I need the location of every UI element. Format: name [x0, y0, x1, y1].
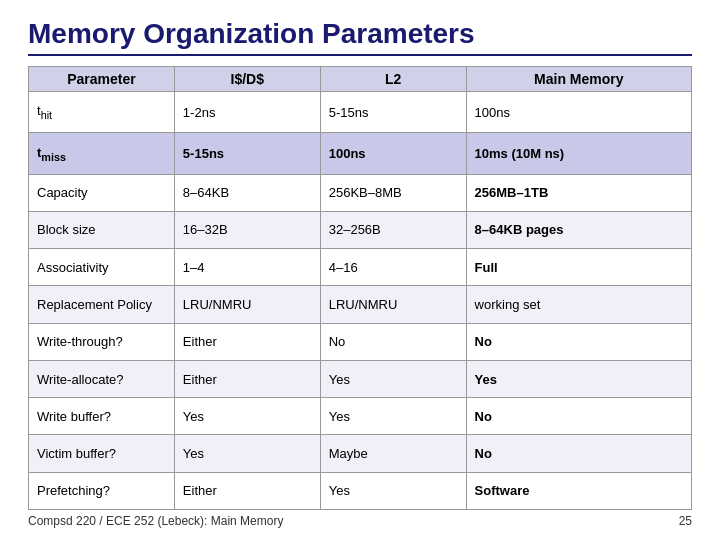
table-row: tmiss5-15ns100ns10ms (10M ns) [29, 133, 692, 174]
cell-l1: Either [174, 472, 320, 509]
cell-param: Write-allocate? [29, 360, 175, 397]
cell-l2: Yes [320, 472, 466, 509]
cell-l2: Yes [320, 398, 466, 435]
table-row: Associativity1–44–16Full [29, 249, 692, 286]
cell-l1: 5-15ns [174, 133, 320, 174]
cell-param: Write buffer? [29, 398, 175, 435]
table-row: Write-through?EitherNoNo [29, 323, 692, 360]
parameters-table: Parameter I$/D$ L2 Main Memory thit1-2ns… [28, 66, 692, 510]
cell-mm: No [466, 323, 691, 360]
table-row: Write buffer?YesYesNo [29, 398, 692, 435]
table-header-row: Parameter I$/D$ L2 Main Memory [29, 67, 692, 92]
table-row: Capacity8–64KB256KB–8MB256MB–1TB [29, 174, 692, 211]
cell-l1: 8–64KB [174, 174, 320, 211]
col-header-l1: I$/D$ [174, 67, 320, 92]
table-row: Replacement PolicyLRU/NMRULRU/NMRUworkin… [29, 286, 692, 323]
cell-param: Associativity [29, 249, 175, 286]
cell-l1: Either [174, 360, 320, 397]
cell-l2: Maybe [320, 435, 466, 472]
table-row: thit1-2ns5-15ns100ns [29, 92, 692, 133]
cell-l2: LRU/NMRU [320, 286, 466, 323]
cell-mm: 256MB–1TB [466, 174, 691, 211]
cell-mm: 10ms (10M ns) [466, 133, 691, 174]
cell-mm: Full [466, 249, 691, 286]
cell-l1: LRU/NMRU [174, 286, 320, 323]
cell-l2: 4–16 [320, 249, 466, 286]
cell-l2: 100ns [320, 133, 466, 174]
cell-param: Capacity [29, 174, 175, 211]
col-header-parameter: Parameter [29, 67, 175, 92]
table-row: Block size16–32B32–256B8–64KB pages [29, 211, 692, 248]
cell-l1: 1–4 [174, 249, 320, 286]
cell-l1: 1-2ns [174, 92, 320, 133]
cell-param: thit [29, 92, 175, 133]
cell-l2: 32–256B [320, 211, 466, 248]
footer-left: Compsd 220 / ECE 252 (Lebeck): Main Memo… [28, 514, 283, 528]
cell-l2: 256KB–8MB [320, 174, 466, 211]
cell-mm: 100ns [466, 92, 691, 133]
cell-mm: working set [466, 286, 691, 323]
cell-mm: Yes [466, 360, 691, 397]
cell-mm: 8–64KB pages [466, 211, 691, 248]
col-header-mm: Main Memory [466, 67, 691, 92]
slide: Memory Organization Parameters Parameter… [0, 0, 720, 540]
cell-l2: No [320, 323, 466, 360]
cell-mm: No [466, 435, 691, 472]
footer: Compsd 220 / ECE 252 (Lebeck): Main Memo… [28, 514, 692, 528]
cell-param: Write-through? [29, 323, 175, 360]
cell-l2: Yes [320, 360, 466, 397]
cell-mm: Software [466, 472, 691, 509]
table-row: Victim buffer?YesMaybeNo [29, 435, 692, 472]
cell-param: Replacement Policy [29, 286, 175, 323]
col-header-l2: L2 [320, 67, 466, 92]
cell-param: tmiss [29, 133, 175, 174]
cell-l1: Yes [174, 398, 320, 435]
table-row: Write-allocate?EitherYesYes [29, 360, 692, 397]
cell-l2: 5-15ns [320, 92, 466, 133]
cell-mm: No [466, 398, 691, 435]
cell-l1: Yes [174, 435, 320, 472]
footer-right: 25 [679, 514, 692, 528]
cell-param: Prefetching? [29, 472, 175, 509]
cell-l1: 16–32B [174, 211, 320, 248]
page-title: Memory Organization Parameters [28, 18, 692, 56]
cell-param: Block size [29, 211, 175, 248]
cell-l1: Either [174, 323, 320, 360]
table-row: Prefetching?EitherYesSoftware [29, 472, 692, 509]
cell-param: Victim buffer? [29, 435, 175, 472]
